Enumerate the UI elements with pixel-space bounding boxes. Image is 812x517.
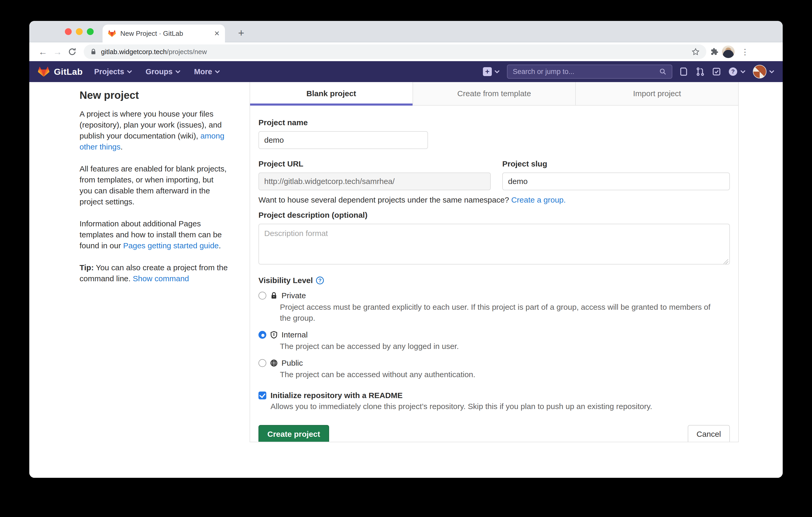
create-project-button[interactable]: Create project: [258, 425, 329, 442]
help-icon: ?: [728, 67, 738, 76]
public-radio[interactable]: [258, 359, 266, 367]
bookmark-star-icon[interactable]: [691, 47, 700, 56]
browser-window: New Project · GitLab ✕ + ← → gitlab.widg…: [29, 21, 783, 478]
pages-guide-link[interactable]: Pages getting started guide: [123, 241, 219, 250]
cancel-button[interactable]: Cancel: [688, 425, 730, 442]
toolbar-right: ⋮: [709, 44, 752, 59]
search-icon: [659, 68, 667, 75]
new-project-panel: Blank project Create from template Impor…: [250, 82, 739, 442]
project-name-label: Project name: [258, 118, 730, 127]
merge-requests-icon[interactable]: [696, 67, 705, 76]
project-type-tabs: Blank project Create from template Impor…: [250, 82, 738, 105]
zoom-window-button[interactable]: [87, 28, 94, 35]
shield-icon: [270, 331, 278, 339]
tab-blank-project[interactable]: Blank project: [250, 82, 412, 105]
page-content: New project A project is where you house…: [29, 82, 783, 478]
browser-tab[interactable]: New Project · GitLab ✕: [103, 25, 225, 42]
project-url-label: Project URL: [258, 159, 491, 168]
globe-icon: [270, 359, 278, 367]
page-title: New project: [80, 89, 228, 101]
gitlab-navbar: GitLab Projects Groups More +: [29, 61, 783, 82]
browser-menu-kebab-icon[interactable]: ⋮: [738, 44, 752, 59]
project-description-label: Project description (optional): [258, 211, 730, 219]
blank-project-form: Project name Project URL Project slug Wa…: [250, 105, 738, 442]
chevron-down-icon: [127, 70, 132, 73]
search-input[interactable]: [513, 68, 655, 76]
sidebar-tip: Tip: You can also create a project from …: [80, 262, 228, 284]
sidebar-paragraph-3: Information about additional Pages templ…: [80, 218, 228, 251]
internal-label[interactable]: Internal: [282, 330, 308, 339]
gitlab-menus: Projects Groups More: [94, 67, 220, 76]
chevron-down-icon: [175, 70, 180, 73]
description-textarea-wrap: [258, 224, 730, 267]
project-slug-input[interactable]: [502, 173, 730, 190]
new-menu-button[interactable]: +: [483, 67, 500, 76]
issues-icon[interactable]: [679, 67, 689, 76]
user-menu[interactable]: [753, 65, 774, 79]
browser-profile-avatar[interactable]: [722, 45, 734, 58]
nav-menu-more[interactable]: More: [194, 67, 220, 76]
internal-description: The project can be accessed by any logge…: [280, 341, 722, 352]
visibility-option-private: Private Project access must be granted e…: [258, 291, 730, 324]
tab-title: New Project · GitLab: [120, 30, 210, 38]
global-search[interactable]: [507, 65, 672, 79]
private-description: Project access must be granted explicitl…: [280, 302, 722, 324]
chevron-down-icon: [769, 70, 774, 73]
readme-section: Initialize repository with a README Allo…: [258, 391, 730, 411]
visibility-option-public: Public The project can be accessed witho…: [258, 359, 730, 380]
chevron-down-icon: [215, 70, 220, 73]
readme-checkbox[interactable]: [258, 392, 266, 399]
show-command-link[interactable]: Show command: [133, 274, 189, 283]
todos-icon[interactable]: [712, 67, 721, 76]
chevron-down-icon: [494, 70, 500, 73]
url-host: gitlab.widgetcorp.tech: [101, 48, 167, 56]
minimize-window-button[interactable]: [76, 28, 83, 35]
extensions-puzzle-icon[interactable]: [709, 47, 719, 57]
svg-text:?: ?: [731, 68, 734, 75]
sidebar-paragraph-1: A project is where you house your files …: [80, 109, 228, 152]
url-path: /projects/new: [167, 48, 207, 56]
close-window-button[interactable]: [65, 28, 72, 35]
sidebar-help-column: New project A project is where you house…: [80, 82, 228, 295]
reload-icon[interactable]: [65, 44, 80, 59]
forward-icon[interactable]: →: [50, 44, 65, 59]
project-name-input[interactable]: [258, 131, 428, 149]
private-radio[interactable]: [258, 292, 266, 300]
project-slug-label: Project slug: [502, 159, 730, 168]
project-url-input[interactable]: [258, 173, 491, 190]
internal-radio[interactable]: [258, 331, 266, 339]
create-group-link[interactable]: Create a group.: [511, 195, 566, 204]
tab-create-from-template[interactable]: Create from template: [412, 82, 576, 105]
tip-label: Tip:: [80, 263, 94, 272]
help-menu[interactable]: ?: [728, 67, 746, 76]
visibility-options: Private Project access must be granted e…: [258, 291, 730, 380]
visibility-level-label: Visibility Level: [258, 276, 313, 285]
nav-menu-groups[interactable]: Groups: [146, 67, 180, 76]
form-actions: Create project Cancel: [258, 425, 730, 442]
project-description-textarea[interactable]: [258, 224, 730, 265]
plus-square-icon: +: [483, 67, 492, 76]
address-bar[interactable]: gitlab.widgetcorp.tech/projects/new: [84, 44, 706, 59]
public-label[interactable]: Public: [282, 359, 303, 367]
gitlab-tanuki-logo: [38, 66, 50, 78]
lock-icon: [270, 292, 278, 300]
user-avatar: [753, 65, 766, 79]
private-label[interactable]: Private: [282, 291, 306, 300]
window-controls[interactable]: [65, 28, 94, 35]
tab-import-project[interactable]: Import project: [575, 82, 738, 105]
screen: New Project · GitLab ✕ + ← → gitlab.widg…: [0, 0, 812, 517]
gitlab-wordmark: GitLab: [54, 67, 83, 77]
visibility-option-internal: Internal The project can be accessed by …: [258, 330, 730, 352]
nav-menu-projects[interactable]: Projects: [94, 67, 132, 76]
url-text: gitlab.widgetcorp.tech/projects/new: [101, 48, 207, 56]
new-tab-button[interactable]: +: [234, 26, 248, 40]
gitlab-brand[interactable]: GitLab: [38, 66, 83, 78]
chevron-down-icon: [740, 70, 746, 73]
readme-description: Allows you to immediately clone this pro…: [270, 402, 730, 411]
back-icon[interactable]: ←: [36, 44, 50, 59]
readme-label[interactable]: Initialize repository with a README: [270, 391, 403, 400]
visibility-help-icon[interactable]: ?: [316, 277, 324, 284]
browser-toolbar: ← → gitlab.widgetcorp.tech/projects/new: [29, 42, 783, 61]
tab-close-icon[interactable]: ✕: [214, 30, 220, 37]
public-description: The project can be accessed without any …: [280, 369, 722, 380]
